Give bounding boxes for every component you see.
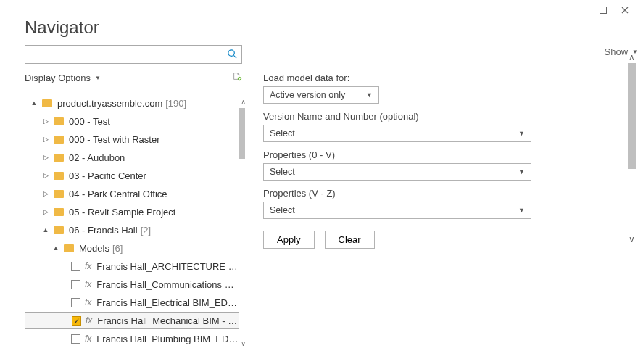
collapse-icon[interactable]: ▲ <box>41 226 51 233</box>
caret-down-icon: ▼ <box>518 130 525 137</box>
select-value: Select <box>270 205 295 215</box>
properties-vz-select[interactable]: Select ▼ <box>263 202 531 219</box>
checkbox[interactable] <box>71 298 80 307</box>
checkbox[interactable] <box>71 334 80 344</box>
caret-down-icon: ▼ <box>518 207 525 214</box>
scroll-down-icon[interactable]: ∨ <box>237 337 245 348</box>
model-item[interactable]: fx Francis Hall_Electrical BIM_EDDIE <box>25 294 239 311</box>
select-value: Active version only <box>270 90 345 100</box>
expand-icon[interactable]: ▷ <box>41 136 51 143</box>
scroll-thumb[interactable] <box>239 108 245 159</box>
field-label: Properties (V - Z) <box>263 188 618 199</box>
select-value: Select <box>270 128 295 138</box>
tree-node-models[interactable]: ▲ Models [6] <box>25 239 239 257</box>
folder-icon <box>54 154 64 162</box>
refresh-icon[interactable] <box>232 71 242 84</box>
page-title: Navigator <box>0 0 638 45</box>
navigator-tree: ▲ product.tryassemble.com [190] ▷ 000 - … <box>25 94 245 348</box>
fx-icon: fx <box>85 279 91 289</box>
tree-node[interactable]: ▷ 04 - Park Central Office <box>25 185 239 202</box>
show-label: Show <box>605 46 629 57</box>
folder-icon <box>42 99 52 107</box>
fx-icon: fx <box>85 334 91 344</box>
version-select[interactable]: Select ▼ <box>263 125 531 142</box>
tree-scrollbar[interactable]: ∧ ∨ <box>237 96 245 348</box>
close-button[interactable] <box>619 4 631 16</box>
display-options-dropdown[interactable]: Display Options ▼ <box>25 73 101 83</box>
clear-button[interactable]: Clear <box>325 231 375 249</box>
tree-node[interactable]: ▷ 02 - Audubon <box>25 149 239 166</box>
fx-icon: fx <box>85 297 91 307</box>
divider <box>263 262 604 262</box>
expand-icon[interactable]: ▷ <box>41 154 51 161</box>
maximize-button[interactable] <box>597 4 609 16</box>
expand-icon[interactable]: ▷ <box>41 208 51 215</box>
model-item-selected[interactable]: ✓ fx Francis Hall_Mechanical BIM - SCHE.… <box>25 312 239 329</box>
caret-down-icon: ▼ <box>95 75 101 81</box>
folder-icon <box>54 190 64 198</box>
root-count: [190] <box>165 98 186 109</box>
svg-rect-0 <box>600 7 607 14</box>
tree-node[interactable]: ▷ 05 - Revit Sample Project <box>25 203 239 220</box>
folder-icon <box>64 244 74 252</box>
root-label: product.tryassemble.com <box>57 98 162 109</box>
checkbox[interactable] <box>71 280 80 289</box>
properties-0v-select[interactable]: Select ▼ <box>263 163 531 181</box>
select-value: Select <box>270 167 295 177</box>
scroll-up-icon[interactable]: ∧ <box>626 51 638 63</box>
model-item[interactable]: fx Francis Hall_Plumbing BIM_EDDIE <box>25 330 239 347</box>
search-input[interactable] <box>25 45 242 64</box>
checkbox-checked[interactable]: ✓ <box>72 316 81 326</box>
folder-icon <box>54 226 64 234</box>
apply-button[interactable]: Apply <box>263 231 315 249</box>
checkbox[interactable] <box>71 262 80 271</box>
right-scrollbar[interactable]: ∧ ∨ <box>626 51 638 355</box>
field-label: Load model data for: <box>263 73 618 83</box>
folder-icon <box>54 136 64 144</box>
scroll-up-icon[interactable]: ∧ <box>237 96 245 108</box>
tree-root[interactable]: ▲ product.tryassemble.com [190] <box>25 94 239 112</box>
folder-icon <box>54 117 64 125</box>
tree-node[interactable]: ▷ 000 - Test <box>25 112 239 130</box>
expand-icon[interactable]: ▷ <box>41 172 51 179</box>
display-options-label: Display Options <box>25 73 91 83</box>
field-label: Version Name and Number (optional) <box>263 111 618 122</box>
folder-icon <box>54 172 64 180</box>
scroll-down-icon[interactable]: ∨ <box>626 233 638 245</box>
expand-icon[interactable]: ▷ <box>41 190 51 197</box>
tree-node[interactable]: ▷ 000 - Test with Raster <box>25 131 239 148</box>
model-item[interactable]: fx Francis Hall_Communications BIM_E... <box>25 276 239 293</box>
tree-node[interactable]: ▷ 03 - Pacific Center <box>25 167 239 184</box>
caret-down-icon: ▼ <box>518 168 525 175</box>
tree-node-open[interactable]: ▲ 06 - Francis Hall [2] <box>25 221 239 239</box>
model-item[interactable]: fx Francis Hall_ARCHITECTURE BIM_20... <box>25 257 239 275</box>
collapse-icon[interactable]: ▲ <box>29 99 39 107</box>
fx-icon: fx <box>86 315 92 326</box>
load-model-select[interactable]: Active version only ▼ <box>263 86 379 104</box>
fx-icon: fx <box>85 261 91 271</box>
caret-down-icon: ▼ <box>366 91 373 99</box>
expand-icon[interactable]: ▷ <box>41 117 51 125</box>
field-label: Properties (0 - V) <box>263 149 618 160</box>
scroll-thumb[interactable] <box>628 63 636 169</box>
folder-icon <box>54 208 64 216</box>
collapse-icon[interactable]: ▲ <box>51 244 61 252</box>
